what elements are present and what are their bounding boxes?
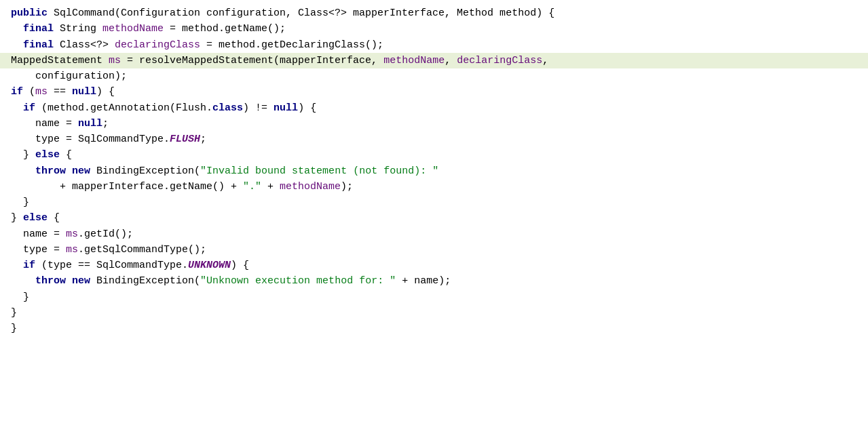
code-token: [11, 100, 23, 116]
code-token: methodName: [383, 53, 445, 68]
code-editor: public SqlCommand(Configuration configur…: [0, 0, 868, 442]
code-token: public: [11, 5, 48, 21]
code-line: type = ms.getSqlCommandType();: [0, 242, 868, 258]
code-token: ,: [445, 53, 457, 68]
code-line: if (type == SqlCommandType.UNKNOWN) {: [0, 258, 868, 273]
code-token: if: [11, 84, 23, 100]
code-token: = resolveMappedStatement(mapperInterface…: [121, 53, 383, 68]
code-token: if: [11, 258, 35, 273]
code-token: [66, 273, 72, 289]
code-token: +: [261, 179, 280, 195]
code-token: [11, 37, 23, 53]
code-token: ms: [109, 53, 121, 68]
code-line: throw new BindingException("Invalid boun…: [0, 163, 868, 179]
code-line: }: [0, 195, 868, 210]
code-token: (type == SqlCommandType.: [35, 258, 188, 273]
code-token: methodName: [280, 179, 341, 195]
code-token: throw: [35, 273, 66, 289]
code-token: else: [35, 147, 60, 163]
code-token: ;: [102, 116, 109, 132]
code-token: configuration);: [11, 68, 127, 84]
code-token: (: [23, 84, 35, 100]
code-line: }: [0, 305, 868, 321]
code-token: ;: [200, 132, 206, 147]
code-token: throw: [35, 163, 66, 179]
code-token: [11, 21, 23, 37]
code-token: null: [273, 100, 298, 116]
code-token: MappedStatement: [11, 53, 109, 68]
code-token: Class<?>: [54, 37, 115, 53]
code-token: BindingException(: [90, 163, 200, 179]
code-line: throw new BindingException("Unknown exec…: [0, 273, 868, 289]
code-token: ) {: [96, 84, 115, 100]
code-token: ms: [66, 226, 78, 242]
code-token: FLUSH: [170, 132, 200, 147]
code-token: .getSqlCommandType();: [78, 242, 206, 258]
code-token: declaringClass: [457, 53, 542, 68]
code-token: );: [341, 179, 353, 195]
code-line: + mapperInterface.getName() + "." + meth…: [0, 179, 868, 195]
code-token: ==: [48, 84, 72, 100]
code-token: null: [72, 84, 96, 100]
code-token: new: [72, 273, 90, 289]
code-token: .getId();: [78, 226, 133, 242]
code-token: = method.getName();: [164, 21, 286, 37]
code-token: {: [48, 210, 60, 226]
code-token: (method.getAnnotation(Flush.: [35, 100, 212, 116]
code-token: ) !=: [243, 100, 273, 116]
code-token: "Unknown execution method for: ": [200, 273, 396, 289]
code-token: }: [11, 210, 23, 226]
code-token: new: [72, 163, 90, 179]
code-token: [11, 273, 35, 289]
code-token: [66, 163, 72, 179]
code-token: + name);: [396, 273, 451, 289]
code-line: } else {: [0, 210, 868, 226]
code-token: final: [23, 37, 54, 53]
code-token: declaringClass: [115, 37, 200, 53]
code-token: final: [23, 21, 54, 37]
code-token: }: [11, 305, 17, 321]
code-token: String: [54, 21, 102, 37]
code-token: methodName: [102, 21, 164, 37]
code-token: }: [11, 147, 35, 163]
code-token: }: [11, 289, 29, 305]
code-token: ms: [35, 84, 48, 100]
code-line: final String methodName = method.getName…: [0, 21, 868, 37]
code-line: if (method.getAnnotation(Flush.class) !=…: [0, 100, 868, 116]
code-line: configuration);: [0, 68, 868, 84]
code-token: + mapperInterface.getName() +: [11, 179, 243, 195]
code-token: UNKNOWN: [188, 258, 231, 273]
code-token: null: [78, 116, 102, 132]
code-token: if: [23, 100, 35, 116]
code-token: name =: [11, 116, 78, 132]
code-line: final Class<?> declaringClass = method.g…: [0, 37, 868, 53]
code-line: }: [0, 289, 868, 305]
code-line: MappedStatement ms = resolveMappedStatem…: [0, 53, 868, 68]
code-token: SqlCommand(Configuration configuration, …: [48, 5, 554, 21]
code-token: ) {: [231, 258, 249, 273]
code-token: }: [11, 195, 29, 210]
code-token: }: [11, 321, 17, 336]
code-line: name = null;: [0, 116, 868, 132]
code-line: } else {: [0, 147, 868, 163]
code-token: BindingException(: [90, 273, 200, 289]
code-line: }: [0, 321, 868, 336]
code-token: type =: [11, 242, 66, 258]
code-token: ms: [66, 242, 78, 258]
code-token: ) {: [298, 100, 316, 116]
code-line: name = ms.getId();: [0, 226, 868, 242]
code-line: public SqlCommand(Configuration configur…: [0, 5, 868, 21]
code-token: class: [212, 100, 243, 116]
code-token: {: [60, 147, 72, 163]
code-token: ".": [243, 179, 261, 195]
code-token: [11, 163, 35, 179]
code-token: else: [23, 210, 48, 226]
code-line: if (ms == null) {: [0, 84, 868, 100]
code-token: = method.getDeclaringClass();: [200, 37, 383, 53]
code-token: type = SqlCommandType.: [11, 132, 170, 147]
code-token: ,: [542, 53, 548, 68]
code-line: type = SqlCommandType.FLUSH;: [0, 132, 868, 147]
code-token: name =: [11, 226, 66, 242]
code-token: "Invalid bound statement (not found): ": [200, 163, 438, 179]
